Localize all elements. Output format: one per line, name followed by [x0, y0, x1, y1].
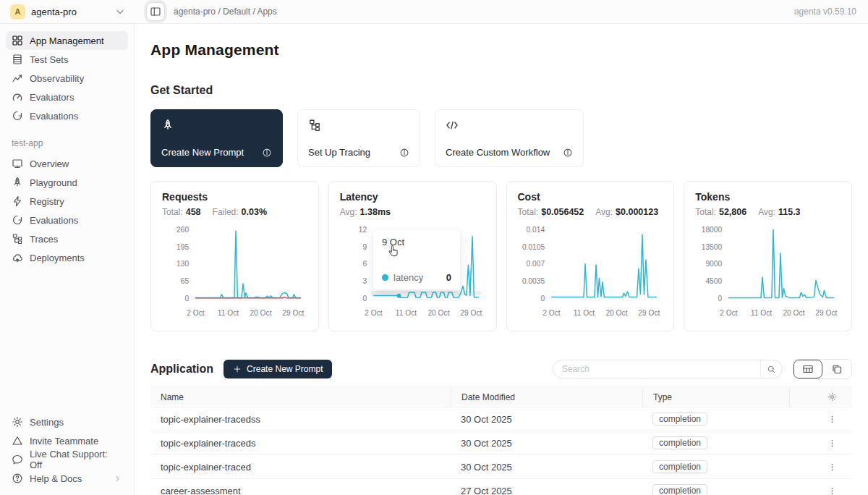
- chart-stat: Failed:0.03%: [213, 206, 267, 217]
- sidebar-main-group: App ManagementTest SetsObservabilityEval…: [6, 31, 128, 125]
- rocket-icon: [12, 177, 23, 188]
- chart-line-icon: [12, 72, 23, 84]
- table-row-career-assessment[interactable]: career-assessment27 Oct 2025completion: [150, 479, 852, 495]
- svg-text:0.007: 0.007: [526, 260, 545, 268]
- sidebar-item-settings[interactable]: Settings: [6, 412, 128, 431]
- get-started-card-create-custom-workflow[interactable]: Create Custom Workflow: [435, 109, 584, 167]
- sidebar-project-label: test-app: [12, 138, 122, 148]
- sidebar-item-live-chat-support-off[interactable]: Live Chat Support: Off: [6, 450, 128, 469]
- svg-text:0.0105: 0.0105: [522, 243, 545, 251]
- card-view-icon: [831, 363, 843, 375]
- sidebar-item-invite-teammate[interactable]: Invite Teammate: [6, 431, 128, 450]
- search-icon[interactable]: [760, 360, 782, 378]
- sidebar-item-observability[interactable]: Observability: [6, 69, 128, 88]
- tooltip-series-row: latency 0: [382, 272, 451, 283]
- column-header-date-modified[interactable]: Date Modified: [451, 387, 642, 407]
- tree-icon: [308, 119, 321, 132]
- cloud-upload-icon: [12, 252, 23, 263]
- sidebar-item-help-docs[interactable]: Help & Docs: [6, 469, 128, 488]
- info-icon[interactable]: [262, 148, 272, 158]
- gear-icon: [827, 392, 837, 402]
- chart-card-tokens: TokensTotal:52,806Avg:115.31800013500900…: [684, 181, 852, 331]
- info-icon[interactable]: [399, 148, 409, 158]
- type-cell: completion: [642, 436, 789, 449]
- actions-cell: [789, 436, 852, 450]
- row-menu-button[interactable]: [825, 436, 839, 450]
- column-header-type[interactable]: Type: [642, 387, 789, 407]
- top-header: A agenta-pro agenta-pro / Default / Apps…: [0, 0, 868, 24]
- svg-text:29 Oct: 29 Oct: [460, 309, 482, 317]
- sidebar-item-traces[interactable]: Traces: [6, 229, 128, 248]
- chart-plot-tokens: 18000135009000450002 Oct11 Oct20 Oct29 O…: [695, 221, 841, 320]
- svg-text:9: 9: [362, 243, 367, 251]
- dots-vertical-icon: [827, 415, 837, 424]
- card-view-button[interactable]: [822, 360, 851, 378]
- sidebar-item-evaluations[interactable]: Evaluations: [6, 106, 128, 125]
- create-new-prompt-button[interactable]: Create New Prompt: [224, 360, 332, 378]
- row-menu-button[interactable]: [825, 483, 839, 495]
- grid-icon: [12, 35, 23, 46]
- sidebar-item-deployments[interactable]: Deployments: [6, 248, 128, 267]
- chat-icon: [12, 454, 23, 465]
- svg-text:130: 130: [176, 260, 189, 268]
- code-icon: [446, 119, 459, 132]
- sidebar-item-registry[interactable]: Registry: [6, 192, 128, 211]
- svg-text:11 Oct: 11 Oct: [751, 309, 773, 317]
- sidebar-item-playground[interactable]: Playground: [6, 173, 128, 192]
- dots-vertical-icon: [827, 486, 837, 495]
- svg-text:11 Oct: 11 Oct: [573, 309, 595, 317]
- svg-text:2 Oct: 2 Oct: [542, 309, 561, 317]
- sidebar-project-group: OverviewPlaygroundRegistryEvaluationsTra…: [6, 154, 128, 267]
- application-header: Application Create New Prompt: [150, 359, 852, 379]
- sidebar-item-label: Test Sets: [30, 54, 68, 65]
- cycle-icon: [12, 214, 23, 226]
- app-root: A agenta-pro agenta-pro / Default / Apps…: [0, 0, 868, 495]
- sidebar-item-label: Evaluations: [30, 215, 78, 226]
- info-icon[interactable]: [563, 148, 573, 158]
- svg-text:65: 65: [181, 277, 190, 285]
- chart-area: 2601951306502 Oct11 Oct20 Oct29 Oct: [162, 221, 307, 320]
- create-new-prompt-label: Create New Prompt: [247, 364, 323, 374]
- get-started-card-create-new-prompt[interactable]: Create New Prompt: [150, 109, 283, 167]
- svg-text:0.014: 0.014: [526, 226, 545, 234]
- search-input[interactable]: [553, 364, 760, 374]
- sidebar-item-test-sets[interactable]: Test Sets: [6, 50, 128, 69]
- svg-text:0.0035: 0.0035: [522, 277, 545, 285]
- sidebar-item-label: App Management: [30, 35, 104, 46]
- card-label: Set Up Tracing: [308, 147, 370, 158]
- chart-stat: Avg:115.3: [758, 206, 800, 217]
- row-menu-button[interactable]: [825, 460, 839, 474]
- svg-text:29 Oct: 29 Oct: [816, 309, 838, 317]
- svg-text:2 Oct: 2 Oct: [720, 309, 739, 317]
- sidebar-toggle-button[interactable]: [146, 2, 165, 21]
- page-title: App Management: [150, 41, 852, 59]
- sidebar-item-app-management[interactable]: App Management: [6, 31, 128, 50]
- column-header-actions: [789, 387, 852, 407]
- row-menu-button[interactable]: [825, 412, 839, 426]
- svg-text:11 Oct: 11 Oct: [396, 309, 417, 317]
- table-row-topic-explainer-traced[interactable]: topic-explainer-traced30 Oct 2025complet…: [150, 455, 852, 479]
- tooltip-series-name: latency: [393, 272, 423, 283]
- table-row-topic-explainer-tracedss[interactable]: topic-explainer-tracedss30 Oct 2025compl…: [150, 407, 852, 431]
- svg-text:0: 0: [184, 295, 189, 302]
- table-row-topic-explainer-traceds[interactable]: topic-explainer-traceds30 Oct 2025comple…: [150, 431, 852, 455]
- card-label: Create Custom Workflow: [446, 147, 550, 158]
- dots-vertical-icon: [827, 439, 837, 448]
- table-view-button[interactable]: [793, 360, 822, 378]
- card-label: Create New Prompt: [161, 147, 244, 158]
- get-started-card-set-up-tracing[interactable]: Set Up Tracing: [297, 109, 420, 167]
- chart-stat: Avg:$0.000123: [595, 206, 658, 217]
- sidebar-item-overview[interactable]: Overview: [6, 154, 128, 173]
- hand-cursor-icon: [386, 245, 400, 261]
- chart-title: Cost: [518, 191, 663, 203]
- panel-left-icon: [150, 6, 161, 17]
- table-settings-button[interactable]: [825, 390, 839, 405]
- svg-text:2 Oct: 2 Oct: [365, 309, 383, 317]
- sidebar-item-evaluations[interactable]: Evaluations: [6, 211, 128, 229]
- card-label-row: Create Custom Workflow: [446, 147, 573, 158]
- column-header-name[interactable]: Name: [150, 392, 451, 402]
- card-label-row: Create New Prompt: [161, 147, 272, 158]
- workspace-selector[interactable]: A agenta-pro: [10, 4, 126, 20]
- sidebar-item-evaluators[interactable]: Evaluators: [6, 88, 128, 106]
- breadcrumb[interactable]: agenta-pro / Default / Apps: [174, 7, 277, 17]
